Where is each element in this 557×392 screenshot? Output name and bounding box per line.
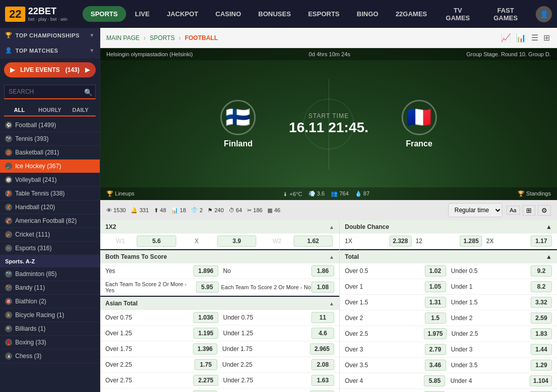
breadcrumb-sports[interactable]: SPORTS [150,34,175,42]
w1-odd[interactable]: 5.6 [137,236,176,247]
sport-football[interactable]: ⚽ Football (1499) [0,119,100,132]
sport-chess[interactable]: ♟ Chess (3) [0,349,100,363]
sport-ice-hockey[interactable]: 🏒 Ice Hockey (367) Ice Hockey [0,160,100,173]
sport-table-tennis[interactable]: 🏓 Table Tennis (338) [0,187,100,201]
t-over4-odd[interactable]: 5.85 [424,375,445,386]
t-over15-odd[interactable]: 1.31 [425,297,446,308]
yes-odd[interactable]: 1.896 [193,265,218,277]
view-bar-button[interactable]: 📊 [515,32,527,44]
x-odd[interactable]: 3.9 [217,236,256,247]
at-over225-odd[interactable]: 1.75 [194,359,217,370]
layout-toggle[interactable]: ⊞ [523,205,535,216]
breadcrumb-main[interactable]: MAIN PAGE [106,34,140,42]
t-over3-label: Over 3 [345,346,425,353]
at-over075-odd[interactable]: 1.036 [193,312,218,323]
sport-handball[interactable]: 🤾 Handball (120) [0,201,100,214]
sport-bicycle-racing[interactable]: 🚴 Bicycle Racing (1) [0,308,100,322]
tab-all[interactable]: ALL [4,104,34,116]
user-avatar[interactable]: 👤 [536,6,552,22]
nav-jackpot[interactable]: JACKPOT [158,6,206,22]
section-total-header[interactable]: Total ▲ [340,250,557,263]
t-under3-odd[interactable]: 1.44 [531,344,552,355]
at-under275-odd[interactable]: 1.63 [311,375,334,386]
font-size-button[interactable]: Aa [506,206,520,215]
t-under05-odd[interactable]: 9.2 [531,265,552,277]
t-over05-odd[interactable]: 1.02 [425,265,446,277]
filter-button[interactable]: ⚙ [538,205,551,216]
sport-tennis[interactable]: 🎾 Tennis (393) [0,132,100,146]
tab-daily[interactable]: DAILY [65,104,96,115]
nav-live[interactable]: LIVE [127,6,158,22]
t-under2-odd[interactable]: 2.59 [531,312,552,324]
match-timer: 0d 4hrs 10m 24s [309,51,350,57]
lineups-button[interactable]: 🏆 Lineups [106,190,135,197]
sport-badminton-label: Badminton (85) [15,270,57,278]
view-list-button[interactable]: ☰ [530,32,539,44]
at-under225-odd[interactable]: 2.08 [311,359,334,370]
at-under125-odd[interactable]: 4.6 [311,328,334,339]
t-over25-label: Over 2.5 [345,330,424,337]
t-under25-odd[interactable]: 1.83 [531,328,552,339]
sport-bandy[interactable]: 🥍 Bandy (11) [0,281,100,295]
w2-odd[interactable]: 1.62 [294,236,333,247]
at-over175-odd[interactable]: 1.396 [193,343,217,355]
sport-american-football[interactable]: 🏈 American Football (82) [0,214,100,228]
nav-bingo[interactable]: BINGO [349,6,387,22]
t-over2-odd[interactable]: 1.5 [425,312,446,324]
at-over125-odd[interactable]: 1.195 [193,328,218,339]
dc-2x-odd[interactable]: 1.17 [531,236,552,247]
sport-basketball[interactable]: 🏀 Basketball (281) [0,146,100,160]
dc-12-label: 12 [416,238,460,245]
sport-esports[interactable]: 🎮 Esports (316) [0,242,100,255]
search-button[interactable]: 🔍 [84,88,93,96]
each-team-no-odd[interactable]: 1.08 [311,282,334,293]
top-championships[interactable]: 🏆 TOP CHAMPIONSHIPS ▼ [0,28,100,43]
tab-hourly[interactable]: HOURLY [34,104,65,115]
t-over1-odd[interactable]: 1.05 [425,281,446,292]
t-under1-odd[interactable]: 8.2 [531,281,552,292]
section-both-teams-header[interactable]: Both Teams To Score ▲ [100,250,339,263]
dc-12-odd[interactable]: 1.285 [460,236,482,247]
regular-time-select[interactable]: Regular time 1st Half 2nd Half [448,203,502,217]
sport-football-label: Football (1499) [15,122,56,129]
sport-cricket[interactable]: 🏏 Cricket (111) [0,228,100,242]
section-1x2-header[interactable]: 1X2 ▲ [100,220,339,233]
sport-boxing[interactable]: 🥊 Boxing (33) [0,336,100,349]
team2-section: 🇫🇷 France [369,100,470,148]
search-input[interactable] [4,85,96,99]
nav-22games[interactable]: 22GAMES [387,6,435,22]
t-under15-odd[interactable]: 3.32 [531,297,552,308]
nav-esports[interactable]: ESPORTS [300,6,347,22]
t-over35-odd[interactable]: 3.46 [425,360,446,371]
nav-bonuses[interactable]: BONUSES [250,6,299,22]
nav-fast-games[interactable]: FAST GAMES [481,3,531,26]
section-double-chance-header[interactable]: Double Chance ▲ [340,220,557,233]
each-team-yes-odd[interactable]: 5.95 [196,282,219,293]
standings-button[interactable]: 🏆 Standings [518,190,551,197]
sport-volleyball[interactable]: 🏐 Volleyball (241) [0,173,100,187]
stat-flag: ⚑ 240 [208,207,223,214]
sport-basketball-label: Basketball (281) [15,149,59,156]
section-asian-total-header[interactable]: Asian Total ▲ [100,297,339,310]
t-under35-odd[interactable]: 1.29 [531,360,552,371]
at-under175-odd[interactable]: 2.965 [310,343,334,355]
sport-billiards[interactable]: 🎱 Billiards (1) [0,322,100,336]
t-under4-odd[interactable]: 1.104 [530,375,552,386]
view-chart-button[interactable]: 📈 [500,32,512,44]
at-over275-odd[interactable]: 2.275 [193,375,218,386]
live-events-button[interactable]: ▶ LIVE EVENTS (143) ▶ [4,62,96,77]
nav-tv-games[interactable]: TV GAMES [436,3,480,26]
section-1x2: 1X2 ▲ W1 5.6 X 3.9 W2 1.62 [100,220,339,249]
no-odd[interactable]: 1.86 [311,265,334,277]
t-over25-odd[interactable]: 1.975 [424,328,446,339]
nav-casino[interactable]: CASINO [208,6,250,22]
top-matches[interactable]: 👤 TOP MATCHES ▼ [0,43,100,58]
t-over3-odd[interactable]: 2.79 [425,344,446,355]
nav-sports[interactable]: SPORTS [83,6,126,22]
view-grid-button[interactable]: ⊞ [542,32,551,44]
each-team-yes-label: Each Team To Score 2 Or More - Yes [105,281,196,293]
at-under075-odd[interactable]: 11 [311,312,334,323]
dc-1x-odd[interactable]: 2.328 [389,236,412,247]
sport-biathlon[interactable]: 🎯 Biathlon (2) [0,295,100,308]
sport-badminton[interactable]: 🏸 Badminton (85) [0,267,100,281]
